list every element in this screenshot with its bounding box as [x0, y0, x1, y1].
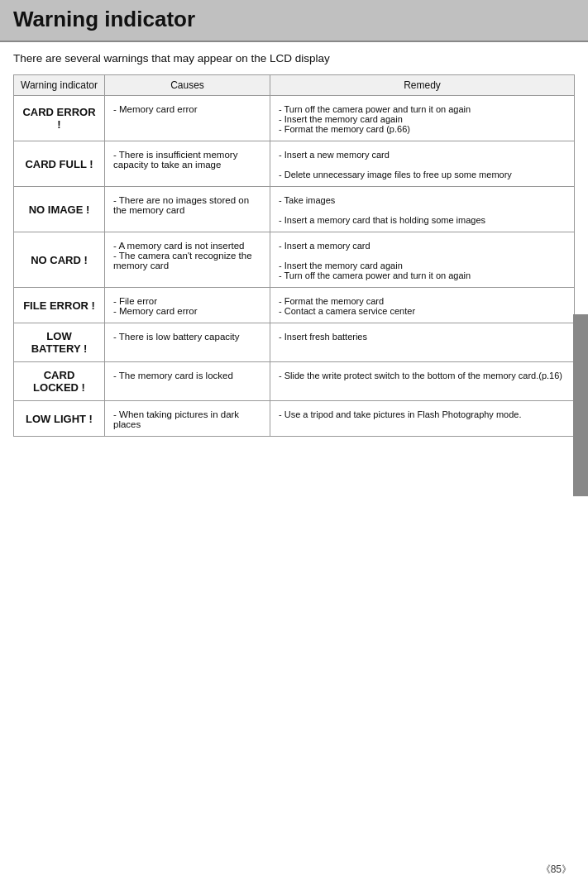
- indicator-cell: NO CARD !: [14, 232, 105, 288]
- indicator-cell: LOW BATTERY !: [14, 323, 105, 362]
- intro-text: There are several warnings that may appe…: [13, 52, 575, 65]
- causes-cell: - Memory card error: [105, 96, 270, 141]
- remedy-cell: - Slide the write protect switch to the …: [270, 362, 575, 401]
- table-row: NO IMAGE !- There are no images stored o…: [14, 187, 575, 232]
- table-row: NO CARD !- A memory card is not inserted…: [14, 232, 575, 288]
- remedy-cell: - Insert fresh batteries: [270, 323, 575, 362]
- table-row: LOW BATTERY !- There is low battery capa…: [14, 323, 575, 362]
- col-header-causes: Causes: [105, 75, 270, 96]
- col-header-remedy: Remedy: [270, 75, 575, 96]
- table-row: CARD LOCKED !- The memory card is locked…: [14, 362, 575, 401]
- side-tab: [573, 314, 588, 496]
- warning-table: Warning indicator Causes Remedy CARD ERR…: [13, 74, 575, 437]
- remedy-cell: - Insert a new memory card- Delete unnec…: [270, 141, 575, 187]
- table-row: CARD FULL !- There is insufficient memor…: [14, 141, 575, 187]
- causes-cell: - When taking pictures in dark places: [105, 401, 270, 437]
- causes-cell: - There is insufficient memory capacity …: [105, 141, 270, 187]
- remedy-cell: - Insert a memory card- Insert the memor…: [270, 232, 575, 288]
- indicator-cell: FILE ERROR !: [14, 288, 105, 323]
- remedy-cell: - Format the memory card- Contact a came…: [270, 288, 575, 323]
- causes-cell: - There are no images stored on the memo…: [105, 187, 270, 232]
- causes-cell: - The memory card is locked: [105, 362, 270, 401]
- remedy-cell: - Use a tripod and take pictures in Flas…: [270, 401, 575, 437]
- indicator-cell: LOW LIGHT !: [14, 401, 105, 437]
- page-title: Warning indicator: [13, 7, 575, 32]
- indicator-cell: NO IMAGE !: [14, 187, 105, 232]
- indicator-cell: CARD FULL !: [14, 141, 105, 187]
- indicator-cell: CARD ERROR !: [14, 96, 105, 141]
- table-row: CARD ERROR !- Memory card error- Turn of…: [14, 96, 575, 141]
- indicator-cell: CARD LOCKED !: [14, 362, 105, 401]
- table-row: FILE ERROR !- File error- Memory card er…: [14, 288, 575, 323]
- causes-cell: - A memory card is not inserted- The cam…: [105, 232, 270, 288]
- page-number: 《85》: [541, 863, 571, 877]
- table-header-row: Warning indicator Causes Remedy: [14, 75, 575, 96]
- causes-cell: - There is low battery capacity: [105, 323, 270, 362]
- page-header: Warning indicator: [0, 0, 588, 42]
- page-content: There are several warnings that may appe…: [0, 42, 588, 450]
- causes-cell: - File error- Memory card error: [105, 288, 270, 323]
- table-row: LOW LIGHT !- When taking pictures in dar…: [14, 401, 575, 437]
- col-header-indicator: Warning indicator: [14, 75, 105, 96]
- remedy-cell: - Turn off the camera power and turn it …: [270, 96, 575, 141]
- remedy-cell: - Take images- Insert a memory card that…: [270, 187, 575, 232]
